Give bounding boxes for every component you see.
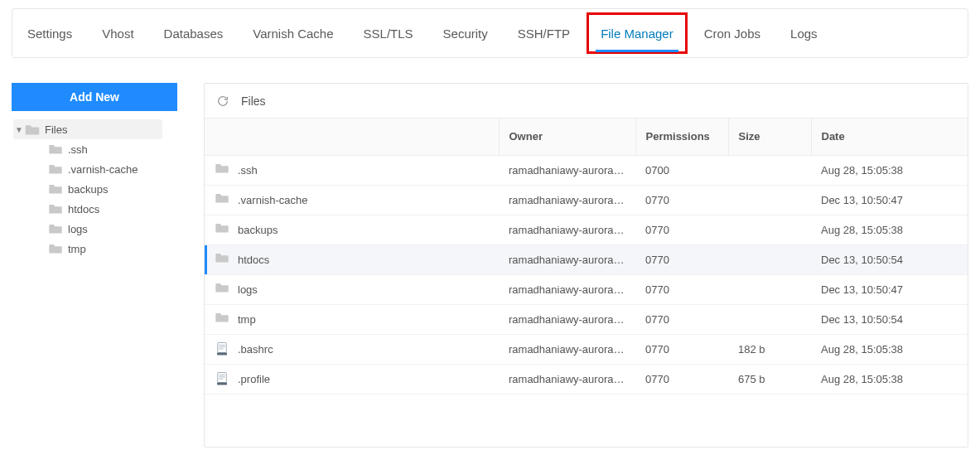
- svg-rect-9: [217, 383, 227, 385]
- file-name: tmp: [238, 313, 256, 326]
- table-row[interactable]: backupsramadhaniawy-aurora:ramadhaniawy-…: [205, 215, 968, 244]
- sidebar: Add New ▼ Files .ssh .varnish-cache back…: [12, 83, 204, 448]
- table-row[interactable]: .varnish-cacheramadhaniawy-aurora:ramadh…: [205, 185, 968, 215]
- file-size: [728, 304, 811, 334]
- folder-icon: [215, 282, 229, 297]
- file-size: [728, 215, 811, 244]
- col-header-size[interactable]: Size: [728, 119, 811, 155]
- file-owner: ramadhaniawy-aurora:ramadhaniawy-aurora: [499, 215, 635, 244]
- folder-icon: [215, 252, 229, 267]
- file-permissions: 0770: [635, 244, 728, 274]
- file-date: Dec 13, 10:50:47: [811, 274, 968, 304]
- file-permissions: 0700: [635, 155, 728, 185]
- panel-title: Files: [241, 94, 266, 108]
- svg-rect-5: [218, 373, 227, 383]
- file-owner: ramadhaniawy-aurora:ramadhaniawy-aurora: [499, 304, 635, 334]
- file-size: [728, 185, 811, 215]
- file-size: 675 b: [728, 364, 811, 394]
- folder-icon: [215, 192, 229, 207]
- file-size: [728, 274, 811, 304]
- file-owner: ramadhaniawy-aurora:ramadhaniawy-aurora: [499, 364, 635, 394]
- tab-file-manager[interactable]: File Manager: [587, 12, 688, 54]
- tab-ssh-ftp[interactable]: SSH/FTP: [503, 9, 585, 57]
- file-owner: ramadhaniawy-aurora:ramadhaniawy-aurora: [499, 334, 635, 364]
- col-header-owner[interactable]: Owner: [499, 119, 635, 155]
- file-date: Aug 28, 15:05:38: [811, 364, 968, 394]
- panel-header: Files: [205, 84, 968, 119]
- file-size: [728, 155, 811, 185]
- file-date: Dec 13, 10:50:54: [811, 244, 968, 274]
- file-owner: ramadhaniawy-aurora:ramadhaniawy-aurora: [499, 155, 635, 185]
- svg-rect-0: [218, 343, 227, 353]
- tree-root-label: Files: [45, 123, 67, 136]
- svg-rect-4: [217, 353, 227, 356]
- file-size: [728, 244, 811, 274]
- file-permissions: 0770: [635, 334, 728, 364]
- file-size: 182 b: [728, 334, 811, 364]
- folder-icon: [25, 123, 40, 135]
- add-new-button[interactable]: Add New: [12, 83, 177, 111]
- file-owner: ramadhaniawy-aurora:ramadhaniawy-aurora: [499, 244, 635, 274]
- col-header-name[interactable]: [205, 119, 499, 155]
- tree-root-files[interactable]: ▼ Files: [13, 119, 162, 139]
- col-header-date[interactable]: Date: [811, 119, 968, 155]
- col-header-permissions[interactable]: Permissions: [635, 119, 728, 155]
- tree-item-tmp[interactable]: tmp: [36, 239, 204, 259]
- table-header-row: Owner Permissions Size Date: [205, 119, 968, 155]
- folder-icon: [48, 243, 63, 254]
- table-row[interactable]: htdocsramadhaniawy-aurora:ramadhaniawy-a…: [205, 244, 968, 274]
- tree-item-label: tmp: [68, 243, 86, 255]
- tab-ssl-tls[interactable]: SSL/TLS: [349, 9, 428, 57]
- file-name: .bashrc: [238, 343, 273, 356]
- file-owner: ramadhaniawy-aurora:ramadhaniawy-aurora: [499, 274, 635, 304]
- tab-vhost[interactable]: Vhost: [87, 9, 148, 57]
- tree-item-logs[interactable]: logs: [36, 219, 204, 239]
- folder-icon: [215, 312, 229, 327]
- folder-icon: [48, 143, 63, 155]
- file-name: .ssh: [238, 164, 258, 177]
- tree-item-label: .ssh: [68, 143, 88, 156]
- table-row[interactable]: .sshramadhaniawy-aurora:ramadhaniawy-aur…: [205, 155, 968, 185]
- tab-security[interactable]: Security: [428, 9, 503, 57]
- tab-cron-jobs[interactable]: Cron Jobs: [689, 9, 775, 57]
- chevron-down-icon[interactable]: ▼: [13, 125, 25, 134]
- tab-settings[interactable]: Settings: [12, 9, 87, 57]
- file-name: logs: [238, 283, 258, 296]
- file-icon: [215, 341, 229, 356]
- folder-icon: [215, 222, 229, 237]
- tree-item-backups[interactable]: backups: [36, 179, 204, 199]
- tree-item-label: backups: [68, 183, 108, 196]
- table-row[interactable]: .profileramadhaniawy-aurora:ramadhaniawy…: [205, 364, 968, 394]
- file-name: .varnish-cache: [238, 194, 308, 206]
- tree-item-label: logs: [68, 223, 88, 235]
- tree-item-label: .varnish-cache: [68, 163, 138, 176]
- tree-item--ssh[interactable]: .ssh: [36, 139, 204, 159]
- file-tree: ▼ Files .ssh .varnish-cache backups htdo…: [12, 119, 204, 259]
- folder-icon: [215, 162, 229, 177]
- tab-varnish-cache[interactable]: Varnish Cache: [238, 9, 348, 57]
- file-date: Dec 13, 10:50:47: [811, 185, 968, 215]
- folder-icon: [48, 223, 63, 235]
- tree-item--varnish-cache[interactable]: .varnish-cache: [36, 159, 204, 179]
- file-date: Dec 13, 10:50:54: [811, 304, 968, 334]
- file-permissions: 0770: [635, 274, 728, 304]
- tree-item-label: htdocs: [68, 203, 99, 215]
- file-permissions: 0770: [635, 304, 728, 334]
- tab-databases[interactable]: Databases: [149, 9, 239, 57]
- file-permissions: 0770: [635, 364, 728, 394]
- tree-item-htdocs[interactable]: htdocs: [36, 199, 204, 219]
- file-owner: ramadhaniawy-aurora:ramadhaniawy-aurora: [499, 185, 635, 215]
- file-date: Aug 28, 15:05:38: [811, 334, 968, 364]
- folder-icon: [48, 163, 63, 175]
- table-row[interactable]: .bashrcramadhaniawy-aurora:ramadhaniawy-…: [205, 334, 968, 364]
- tab-logs[interactable]: Logs: [775, 9, 833, 57]
- file-date: Aug 28, 15:05:38: [811, 155, 968, 185]
- file-name: backups: [238, 224, 278, 236]
- top-tabbar: SettingsVhostDatabasesVarnish CacheSSL/T…: [12, 8, 968, 58]
- refresh-icon[interactable]: [216, 94, 229, 108]
- file-table: Owner Permissions Size Date .sshramadhan…: [205, 119, 968, 394]
- file-panel: Files Owner Permissions Size Date .sshra…: [204, 83, 968, 448]
- table-row[interactable]: logsramadhaniawy-aurora:ramadhaniawy-aur…: [205, 274, 968, 304]
- table-row[interactable]: tmpramadhaniawy-aurora:ramadhaniawy-auro…: [205, 304, 968, 334]
- file-name: htdocs: [238, 254, 269, 266]
